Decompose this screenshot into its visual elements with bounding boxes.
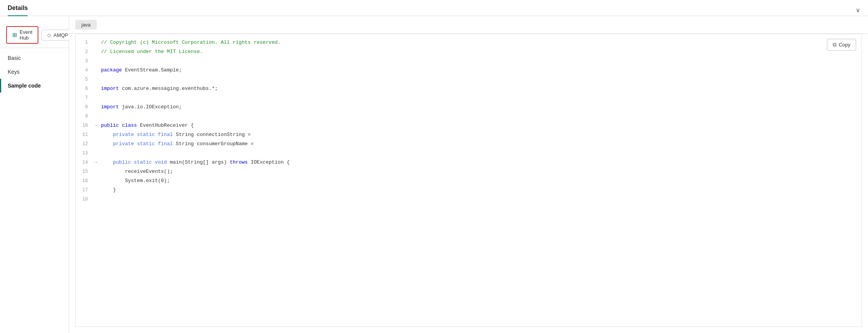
page-container: Details ∨ ⊞ Event Hub ◇ AMQP ⚙ Kafka: [0, 0, 868, 333]
line-content-2: // Licensed under the MIT License.: [99, 47, 861, 56]
language-tab-java[interactable]: java: [75, 20, 97, 30]
line-content-3: [99, 56, 861, 66]
nav-sample-code[interactable]: Sample code: [0, 79, 69, 93]
code-line-16: 16 System.exit(0);: [76, 176, 861, 186]
line-fold-10[interactable]: −: [93, 121, 99, 130]
code-line-1: 1 // Copyright (c) Microsoft Corporation…: [76, 38, 861, 47]
line-content-14: public static void main(String[] args) t…: [99, 158, 861, 167]
line-content-1: // Copyright (c) Microsoft Corporation. …: [99, 38, 861, 47]
line-content-13: [99, 149, 861, 158]
protocol-tabs: ⊞ Event Hub ◇ AMQP ⚙ Kafka: [0, 22, 69, 48]
line-content-16: System.exit(0);: [99, 176, 861, 186]
line-content-8: import java.io.IOException;: [99, 103, 861, 112]
line-content-12: private static final String consumerGrou…: [99, 139, 861, 149]
code-block: 1 // Copyright (c) Microsoft Corporation…: [76, 34, 861, 208]
details-header: Details ∨: [0, 0, 868, 16]
code-line-4: 4 package EventStream.Sample;: [76, 66, 861, 75]
code-line-7: 7: [76, 93, 861, 103]
tab-event-hub-label: Event Hub: [20, 29, 32, 41]
line-num-6: 6: [76, 84, 93, 93]
line-content-5: [99, 75, 861, 84]
code-line-2: 2 // Licensed under the MIT License.: [76, 47, 861, 56]
line-content-7: [99, 93, 861, 103]
content-area: java ⧉ Copy 1 // Copyright (c) Microsoft…: [69, 16, 868, 333]
code-line-17: 17 }: [76, 186, 861, 195]
nav-basic-label: Basic: [8, 55, 21, 61]
line-content-18: [99, 195, 861, 204]
amqp-icon: ◇: [47, 32, 51, 38]
code-line-8: 8 import java.io.IOException;: [76, 103, 861, 112]
code-line-15: 15 receiveEvents();: [76, 167, 861, 176]
code-line-13: 13: [76, 149, 861, 158]
code-line-3: 3: [76, 56, 861, 66]
line-num-16: 16: [76, 176, 93, 186]
line-num-1: 1: [76, 38, 93, 47]
sidebar: ⊞ Event Hub ◇ AMQP ⚙ Kafka Basic Key: [0, 16, 69, 333]
code-line-5: 5: [76, 75, 861, 84]
line-content-6: import com.azure.messaging.eventhubs.*;: [99, 84, 861, 93]
nav-basic[interactable]: Basic: [0, 51, 69, 65]
line-content-10: public class EventHubReceiver {: [99, 121, 861, 130]
tab-amqp-label: AMQP: [53, 32, 68, 38]
line-num-4: 4: [76, 66, 93, 75]
code-line-6: 6 import com.azure.messaging.eventhubs.*…: [76, 84, 861, 93]
code-line-10: 10 − public class EventHubReceiver {: [76, 121, 861, 130]
event-hub-icon: ⊞: [12, 31, 17, 38]
details-title: Details: [8, 5, 28, 16]
line-num-8: 8: [76, 103, 93, 112]
line-num-5: 5: [76, 75, 93, 84]
code-line-12: 12 private static final String consumerG…: [76, 139, 861, 149]
tab-event-hub[interactable]: ⊞ Event Hub: [6, 26, 38, 44]
code-line-18: 18: [76, 195, 861, 204]
line-content-4: package EventStream.Sample;: [99, 66, 861, 75]
line-num-2: 2: [76, 47, 93, 56]
code-line-9: 9: [76, 112, 861, 121]
line-num-12: 12: [76, 139, 93, 149]
line-num-9: 9: [76, 112, 93, 121]
line-num-3: 3: [76, 56, 93, 66]
line-content-9: [99, 112, 861, 121]
line-num-7: 7: [76, 93, 93, 103]
nav-keys-label: Keys: [8, 69, 20, 75]
code-line-14: 14 − public static void main(String[] ar…: [76, 158, 861, 167]
copy-icon: ⧉: [833, 41, 837, 48]
line-content-11: private static final String connectionSt…: [99, 130, 861, 139]
line-content-17: }: [99, 186, 861, 195]
line-num-10: 10: [76, 121, 93, 130]
line-num-11: 11: [76, 130, 93, 139]
line-content-15: receiveEvents();: [99, 167, 861, 176]
line-num-15: 15: [76, 167, 93, 176]
copy-button[interactable]: ⧉ Copy: [827, 39, 856, 51]
nav-sample-code-label: Sample code: [8, 83, 41, 89]
line-fold-14[interactable]: −: [93, 158, 99, 167]
main-content: ⊞ Event Hub ◇ AMQP ⚙ Kafka Basic Key: [0, 16, 868, 333]
line-num-14: 14: [76, 158, 93, 167]
nav-keys[interactable]: Keys: [0, 65, 69, 79]
line-num-13: 13: [76, 149, 93, 158]
nav-items: Basic Keys Sample code: [0, 48, 69, 96]
line-num-17: 17: [76, 186, 93, 195]
chevron-down-icon[interactable]: ∨: [856, 7, 860, 14]
code-line-11: 11 private static final String connectio…: [76, 130, 861, 139]
code-block-container: ⧉ Copy 1 // Copyright (c) Microsoft Corp…: [75, 34, 862, 327]
copy-button-label: Copy: [839, 42, 850, 48]
language-tab-bar: java: [69, 16, 868, 34]
line-num-18: 18: [76, 195, 93, 204]
